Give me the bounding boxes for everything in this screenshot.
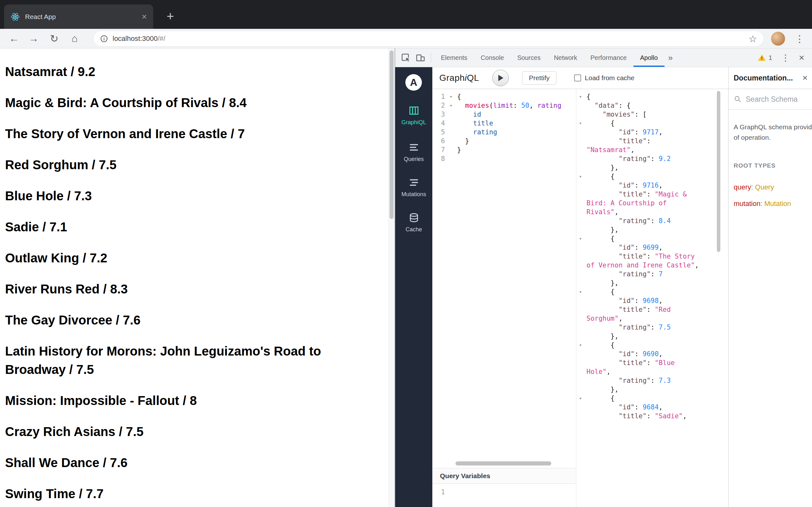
sidebar-item-queries[interactable]: Queries: [395, 142, 432, 163]
sidebar-item-cache[interactable]: Cache: [395, 212, 432, 233]
devtools-tab-network[interactable]: Network: [547, 49, 583, 67]
fold-gutter: [576, 367, 585, 376]
movie-list-item: Outlaw King / 7.2: [5, 249, 382, 267]
code-line: of Vernon and Irene Castle",: [576, 261, 728, 270]
line-number: 7: [432, 146, 447, 154]
sidebar-item-label: Queries: [404, 156, 424, 163]
fold-toggle-icon[interactable]: ▾: [576, 394, 585, 403]
fold-gutter: [576, 163, 585, 172]
query-editor[interactable]: 1▾{2▾ movies(limit: 50, rating3 id4 titl…: [432, 89, 576, 461]
load-from-cache-checkbox[interactable]: [574, 74, 581, 81]
fold-gutter: [447, 119, 455, 128]
fold-toggle-icon[interactable]: ▾: [576, 234, 585, 243]
code-line: "id": 9699,: [576, 243, 728, 252]
device-toolbar-icon[interactable]: [413, 50, 427, 65]
line-number: 1: [432, 488, 447, 497]
devtools-tab-console[interactable]: Console: [474, 49, 510, 67]
code-line: ▾ {: [576, 234, 728, 243]
schema-search-input[interactable]: [746, 95, 802, 104]
forward-icon[interactable]: →: [26, 31, 42, 47]
code-line: "id": 9698,: [576, 296, 728, 305]
fold-toggle-icon[interactable]: ▾: [576, 92, 585, 101]
fold-gutter: [576, 101, 585, 110]
root-type-query[interactable]: query: Query: [734, 183, 808, 191]
devtools-close-icon[interactable]: ×: [799, 52, 804, 63]
new-tab-button[interactable]: +: [163, 9, 177, 23]
code-line: "title": "The Story: [576, 252, 728, 261]
devtools-menu-icon[interactable]: ⋮: [781, 53, 790, 63]
code-line: "data": {: [576, 101, 728, 110]
fold-gutter: [576, 190, 585, 199]
inspect-element-icon[interactable]: [398, 50, 413, 65]
site-info-icon[interactable]: [100, 35, 108, 43]
fold-toggle-icon[interactable]: ▾: [576, 341, 585, 349]
docs-title: Documentation...: [734, 74, 793, 82]
profile-avatar[interactable]: [771, 32, 785, 46]
fold-toggle-icon[interactable]: ▾: [447, 92, 455, 101]
movie-list-item: Red Sorghum / 7.5: [5, 156, 382, 174]
back-icon[interactable]: ←: [6, 31, 22, 47]
movie-list: Natsamrat / 9.2Magic & Bird: A Courtship…: [0, 49, 388, 503]
reload-icon[interactable]: ↻: [46, 31, 62, 47]
address-bar[interactable]: localhost:3000/#/ ☆: [94, 31, 763, 46]
sidebar-item-label: Cache: [405, 226, 422, 233]
fold-toggle-icon[interactable]: ▾: [576, 119, 585, 128]
tab-close-icon[interactable]: ×: [142, 12, 147, 21]
warning-badge[interactable]: 1: [758, 54, 772, 62]
fold-toggle-icon[interactable]: ▾: [576, 172, 585, 181]
movie-list-item: Crazy Rich Asians / 7.5: [5, 422, 382, 441]
devtools-tab-sources[interactable]: Sources: [511, 49, 547, 67]
fold-toggle-icon[interactable]: ▾: [447, 101, 455, 110]
devtools-tab-elements[interactable]: Elements: [434, 49, 474, 67]
query-variables-editor[interactable]: 1: [432, 484, 576, 507]
code-line: 1▾{: [432, 92, 576, 101]
page-scrollbar[interactable]: [388, 49, 395, 507]
load-from-cache-label: Load from cache: [585, 74, 635, 82]
home-icon[interactable]: ⌂: [66, 31, 83, 47]
results-scrollbar-thumb[interactable]: [717, 91, 720, 252]
sidebar-item-graphiql[interactable]: GraphiQL: [395, 105, 432, 126]
movie-list-item: Magic & Bird: A Courtship of Rivals / 8.…: [5, 94, 382, 112]
code-text: {: [585, 172, 615, 181]
browser-tab[interactable]: React App ×: [4, 4, 153, 29]
editor-horizontal-scrollbar[interactable]: [433, 461, 575, 465]
code-text: "title": "Magic &: [585, 190, 687, 199]
devtools-tab-apollo[interactable]: Apollo: [633, 49, 664, 67]
fold-toggle-icon[interactable]: ▾: [576, 287, 585, 296]
fold-gutter: [447, 154, 455, 163]
docs-close-icon[interactable]: ×: [803, 73, 808, 83]
url-path: /#/: [158, 35, 165, 43]
line-number: 3: [432, 110, 447, 119]
root-type-mutation[interactable]: mutation: Mutation: [734, 200, 808, 208]
sidebar-item-mutations[interactable]: Mutations: [395, 177, 432, 198]
editor-hscroll-thumb[interactable]: [455, 461, 551, 465]
devtools-tab-performance[interactable]: Performance: [584, 49, 634, 67]
fold-gutter: [447, 146, 455, 154]
code-text: }: [455, 146, 461, 154]
query-results[interactable]: ▾{ "data": { "movies": [▾ { "id": 9717, …: [576, 89, 728, 507]
browser-menu-icon[interactable]: ⋮: [795, 33, 804, 44]
code-text: {: [585, 119, 615, 128]
prettify-button[interactable]: Prettify: [522, 71, 556, 84]
docs-header: Documentation... ×: [728, 67, 812, 89]
code-line: Sorghum",: [576, 314, 728, 323]
sidebar-item-label: Mutations: [401, 191, 426, 198]
movie-list-item: Blue Hole / 7.3: [5, 187, 382, 205]
code-text: "title": "The Story: [585, 252, 695, 261]
code-text: "title":: [585, 136, 651, 146]
query-variables-header[interactable]: Query Variables: [432, 468, 576, 484]
bookmark-star-icon[interactable]: ☆: [749, 33, 757, 44]
code-line: "title": "Blue: [576, 358, 728, 367]
code-line: ▾ {: [576, 341, 728, 349]
code-line: },: [576, 385, 728, 394]
fold-gutter: [576, 154, 585, 163]
page-scrollbar-thumb[interactable]: [390, 50, 394, 219]
apollo-logo: A: [405, 74, 422, 91]
movie-list-item: The Gay Divorcee / 7.6: [5, 311, 382, 329]
graphiql-toolbar: GraphiQL Prettify Load from cache: [432, 67, 728, 89]
fold-gutter: [576, 261, 585, 270]
execute-query-button[interactable]: [492, 70, 509, 86]
fold-gutter: [576, 349, 585, 358]
more-tabs-icon[interactable]: »: [664, 53, 676, 63]
code-text: "rating": 9.2: [585, 154, 671, 163]
